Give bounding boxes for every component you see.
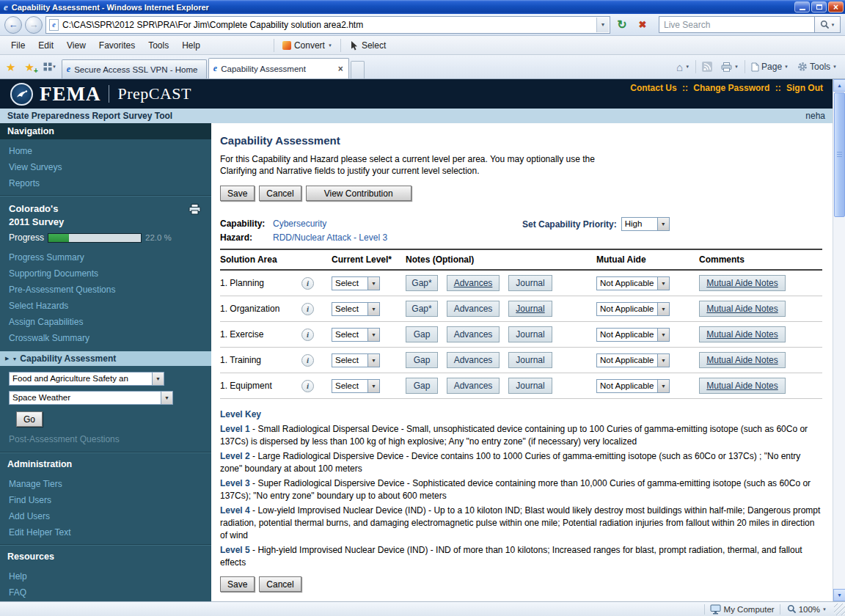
new-tab-stub[interactable] <box>351 61 365 78</box>
forward-button[interactable]: → <box>25 16 43 34</box>
scroll-down-button[interactable]: ▼ <box>833 589 845 601</box>
gap-button[interactable]: Gap <box>406 326 438 342</box>
advances-button[interactable]: Advances <box>447 275 500 291</box>
gap-button[interactable]: Gap <box>406 352 438 368</box>
convert-button[interactable]: Convert ▼ <box>278 38 337 53</box>
add-favorite-button[interactable]: ★+ <box>21 58 37 76</box>
sidebar-item-edit-helper-text[interactable]: Edit Helper Text <box>0 524 211 540</box>
sidebar-item-help[interactable]: Help <box>0 568 211 584</box>
contact-us-link[interactable]: Contact Us <box>630 83 676 93</box>
restore-button[interactable] <box>811 1 827 12</box>
change-password-link[interactable]: Change Password <box>693 83 769 93</box>
save-button-bottom[interactable]: Save <box>220 576 255 592</box>
mutual-aide-select[interactable]: Not Applicable▼ <box>596 379 670 393</box>
mutual-aide-notes-button[interactable]: Mutual Aide Notes <box>699 301 786 317</box>
scroll-up-button[interactable]: ▲ <box>833 79 845 92</box>
advances-button[interactable]: Advances <box>447 378 500 394</box>
feeds-button[interactable] <box>699 59 715 74</box>
sidebar-item-select-hazards[interactable]: Select Hazards <box>0 298 211 314</box>
resize-grip[interactable] <box>834 604 845 615</box>
view-contribution-button[interactable]: View Contribution <box>306 186 411 201</box>
close-button[interactable]: × <box>828 1 844 12</box>
refresh-button[interactable]: ↻ <box>613 16 631 34</box>
gap-button[interactable]: Gap <box>406 378 438 394</box>
menu-favorites[interactable]: Favorites <box>92 37 142 54</box>
search-input[interactable] <box>659 16 814 33</box>
journal-button[interactable]: Journal <box>508 301 552 317</box>
mutual-aide-notes-button[interactable]: Mutual Aide Notes <box>699 275 786 291</box>
info-icon[interactable]: i <box>301 354 314 367</box>
sidebar-item-crosswalk-summary[interactable]: Crosswalk Summary <box>0 330 211 346</box>
mutual-aide-notes-button[interactable]: Mutual Aide Notes <box>699 326 786 342</box>
mutual-aide-select[interactable]: Not Applicable▼ <box>596 328 670 342</box>
quick-tabs-button[interactable]: ▼ <box>40 58 60 76</box>
advances-button[interactable]: Advances <box>447 326 500 342</box>
current-level-select[interactable]: Select▼ <box>332 302 380 316</box>
current-level-select[interactable]: Select▼ <box>332 353 380 367</box>
tab-close-icon[interactable]: × <box>337 64 344 74</box>
journal-button[interactable]: Journal <box>508 378 552 394</box>
print-survey-icon[interactable] <box>189 204 201 215</box>
info-icon[interactable]: i <box>301 380 314 392</box>
sidebar-item-home[interactable]: Home <box>0 143 211 159</box>
minimize-button[interactable] <box>794 1 810 12</box>
sidebar-item-pre-assessment-questions[interactable]: Pre-Assessment Questions <box>0 282 211 298</box>
sidebar-item-view-surve ys[interactable]: View Surveys <box>0 159 211 175</box>
current-level-select[interactable]: Select▼ <box>332 276 380 290</box>
address-field[interactable]: e C:\CAS\SPR\2012 SPR\PRA\For Jim\Comple… <box>45 16 610 34</box>
cancel-button[interactable]: Cancel <box>259 186 301 201</box>
priority-select[interactable]: High ▼ <box>621 217 670 231</box>
print-button[interactable]: ▼ <box>718 60 742 74</box>
sidebar-item-find-users[interactable]: Find Users <box>0 492 211 508</box>
sidebar-item-capability-assessment[interactable]: ▶ ▼ Capability Assessment <box>0 351 211 366</box>
tools-menu-button[interactable]: Tools ▼ <box>794 59 840 74</box>
hazard-value-link[interactable]: RDD/Nuclear Attack - Level 3 <box>273 232 822 243</box>
info-icon[interactable]: i <box>301 303 314 315</box>
save-button[interactable]: Save <box>220 186 255 201</box>
vertical-scrollbar[interactable]: ▲ ▼ <box>833 79 845 601</box>
sign-out-link[interactable]: Sign Out <box>786 83 823 93</box>
zoom-control[interactable]: 100% ▼ <box>786 604 828 614</box>
tab-capability-assessment[interactable]: e Capability Assessment × <box>208 58 349 78</box>
menu-view[interactable]: View <box>60 37 92 54</box>
menu-help[interactable]: Help <box>175 37 207 54</box>
mutual-aide-select[interactable]: Not Applicable▼ <box>596 353 670 367</box>
journal-button[interactable]: Journal <box>508 352 552 368</box>
page-menu-button[interactable]: Page ▼ <box>748 59 791 74</box>
select-button[interactable]: Select <box>345 38 390 53</box>
back-button[interactable]: ← <box>4 16 22 34</box>
sidebar-item-add-users[interactable]: Add Users <box>0 508 211 524</box>
cancel-button-bottom[interactable]: Cancel <box>259 576 301 592</box>
gap-button[interactable]: Gap* <box>406 301 438 317</box>
gap-button[interactable]: Gap* <box>406 275 438 291</box>
info-icon[interactable]: i <box>301 277 314 290</box>
advances-button[interactable]: Advances <box>447 301 500 317</box>
mutual-aide-notes-button[interactable]: Mutual Aide Notes <box>699 352 786 368</box>
sidebar-item-manage-tiers[interactable]: Manage Tiers <box>0 476 211 492</box>
home-button[interactable]: ⌂▼ <box>673 59 692 75</box>
journal-button[interactable]: Journal <box>508 326 552 342</box>
tab-ssl-vpn-home[interactable]: e Secure Access SSL VPN - Home <box>62 59 207 78</box>
favorites-button[interactable]: ★ <box>2 58 19 76</box>
menu-edit[interactable]: Edit <box>32 37 60 54</box>
current-level-select[interactable]: Select▼ <box>332 379 380 393</box>
sidebar-item-assign-capabilities[interactable]: Assign Capabilities <box>0 314 211 330</box>
stop-button[interactable]: ✖ <box>634 16 651 34</box>
address-dropdown-button[interactable]: ▼ <box>596 18 609 32</box>
sidebar-item-progress-summary[interactable]: Progress Summary <box>0 249 211 265</box>
journal-button[interactable]: Journal <box>508 275 552 291</box>
sidebar-item-faq[interactable]: FAQ <box>0 584 211 601</box>
current-level-select[interactable]: Select▼ <box>332 328 380 342</box>
info-icon[interactable]: i <box>301 329 314 341</box>
mutual-aide-select[interactable]: Not Applicable▼ <box>596 302 670 316</box>
menu-file[interactable]: File <box>4 37 32 54</box>
advances-button[interactable]: Advances <box>447 352 500 368</box>
hazard-select[interactable]: Space Weather ▼ <box>9 391 173 405</box>
menu-tools[interactable]: Tools <box>142 37 175 54</box>
mutual-aide-notes-button[interactable]: Mutual Aide Notes <box>699 378 786 394</box>
capability-select[interactable]: Food and Agriculture Safety an ▼ <box>9 372 164 386</box>
mutual-aide-select[interactable]: Not Applicable▼ <box>596 276 670 290</box>
sidebar-item-supporting-documents[interactable]: Supporting Documents <box>0 265 211 282</box>
search-go-button[interactable]: ▼ <box>814 16 841 33</box>
go-button[interactable]: Go <box>16 411 43 427</box>
